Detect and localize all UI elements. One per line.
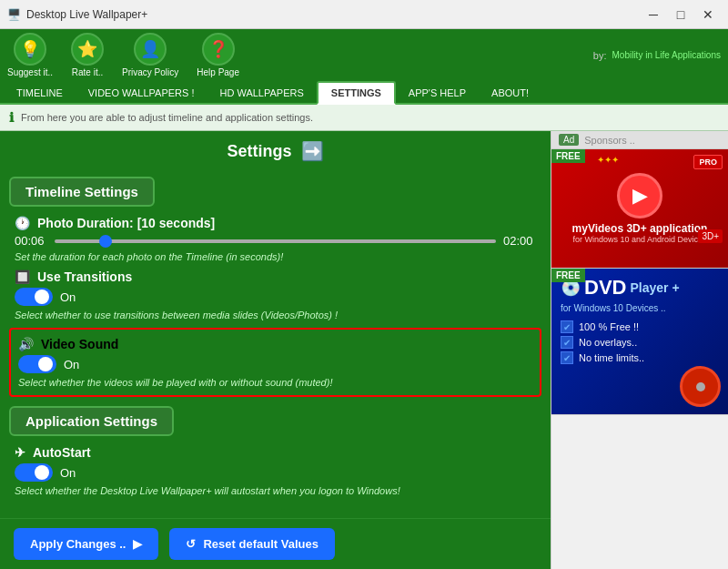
timeline-section-header: Timeline Settings bbox=[9, 177, 155, 207]
tab-video-wallpapers[interactable]: VIDEO WALLPAPERS ! bbox=[76, 83, 207, 103]
3d-badge: 3D+ bbox=[698, 229, 723, 243]
check-icon-1: ✔ bbox=[561, 320, 573, 333]
time-end: 02:00 bbox=[503, 234, 536, 248]
dvd-feature-3: ✔ No time limits.. bbox=[561, 351, 719, 364]
title-bar-left: 🖥️ Desktop Live Wallpaper+ bbox=[7, 8, 147, 21]
ad-bg-1: PRO ✦✦✦ ▶ 3D+ myVideos 3D+ application f… bbox=[551, 149, 728, 268]
icon-bar-left: 💡 Suggest it.. ⭐ Rate it.. 👤 Privacy Pol… bbox=[7, 33, 239, 77]
privacy-icon: 👤 bbox=[134, 33, 167, 66]
photo-duration-label: 🕐 Photo Duration: [10 seconds] bbox=[15, 216, 536, 230]
autostart-hint: Select whether the Desktop Live Wallpape… bbox=[15, 485, 536, 496]
tab-apps-help[interactable]: APP'S HELP bbox=[396, 83, 479, 103]
app-wrapper: 🖥️ Desktop Live Wallpaper+ ─ □ ✕ 💡 Sugge… bbox=[0, 0, 728, 569]
free-badge-2: FREE bbox=[551, 269, 585, 282]
free-badge-1: FREE bbox=[551, 149, 585, 163]
dvd-feature-2: ✔ No overlays.. bbox=[561, 336, 719, 349]
ad-bg-2: 💿 DVD Player + for Windows 10 Devices ..… bbox=[551, 269, 728, 414]
title-bar-controls: ─ □ ✕ bbox=[641, 5, 721, 25]
bottom-buttons: Apply Changes .. ▶ ↺ Reset default Value… bbox=[0, 518, 551, 569]
content-area: Settings ➡️ Timeline Settings 🕐 Photo Du… bbox=[0, 131, 728, 569]
close-button[interactable]: ✕ bbox=[695, 5, 721, 25]
minimize-button[interactable]: ─ bbox=[641, 5, 666, 25]
suggest-button[interactable]: 💡 Suggest it.. bbox=[7, 33, 53, 77]
transitions-label: 🔲 Use Transitions bbox=[15, 269, 536, 284]
dvd-feature-1: ✔ 100 % Free !! bbox=[561, 320, 719, 333]
ad-block-2[interactable]: FREE 💿 DVD Player + for Windows 10 Devic… bbox=[551, 269, 728, 415]
slider-row: 00:06 02:00 bbox=[15, 234, 536, 248]
photo-duration-row: 🕐 Photo Duration: [10 seconds] 00:06 02:… bbox=[0, 212, 551, 266]
check-icon-3: ✔ bbox=[561, 351, 573, 364]
dvd-disc-center bbox=[696, 382, 705, 391]
apply-label: Apply Changes .. bbox=[30, 537, 126, 551]
autostart-toggle-label: On bbox=[60, 466, 76, 480]
suggest-icon: 💡 bbox=[14, 33, 46, 66]
ad1-subtitle: for Windows 10 and Android Devices bbox=[572, 235, 706, 244]
tab-timeline[interactable]: TIMELINE bbox=[4, 83, 76, 103]
nav-tabs: TIMELINE VIDEO WALLPAPERS ! HD WALLPAPER… bbox=[0, 81, 728, 105]
tab-settings[interactable]: SETTINGS bbox=[317, 81, 396, 105]
slider-thumb[interactable] bbox=[99, 235, 112, 248]
video-sound-section: 🔊 Video Sound On Select whether the vide… bbox=[9, 328, 541, 397]
ad-bar: Ad Sponsors .. bbox=[551, 131, 728, 149]
maximize-button[interactable]: □ bbox=[668, 5, 693, 25]
settings-scroll: Settings ➡️ Timeline Settings 🕐 Photo Du… bbox=[0, 131, 551, 569]
transitions-hint: Select whether to use transitions betwee… bbox=[15, 310, 536, 320]
ad-block-1[interactable]: FREE PRO ✦✦✦ ▶ 3D+ myVideos 3D+ applicat… bbox=[551, 149, 728, 269]
info-text: From here you are able to adjust timelin… bbox=[21, 112, 313, 123]
settings-title: Settings ➡️ bbox=[0, 131, 551, 171]
autostart-toggle[interactable] bbox=[15, 463, 53, 482]
autostart-label: ✈ AutoStart bbox=[15, 445, 536, 460]
dvd-features: ✔ 100 % Free !! ✔ No overlays.. ✔ No tim… bbox=[561, 320, 719, 364]
autostart-icon: ✈ bbox=[15, 445, 25, 460]
app-section: Application Settings ✈ AutoStart On Sele… bbox=[0, 401, 551, 500]
app-icon: 🖥️ bbox=[7, 8, 21, 21]
info-bar: ℹ From here you are able to adjust timel… bbox=[0, 105, 728, 131]
arrow-icon: ➡️ bbox=[301, 140, 324, 162]
tab-about[interactable]: ABOUT! bbox=[479, 83, 541, 103]
video-sound-hint: Select whether the videos will be played… bbox=[18, 377, 532, 388]
duration-slider[interactable] bbox=[55, 239, 496, 243]
clock-icon: 🕐 bbox=[15, 216, 30, 230]
app-title: Desktop Live Wallpaper+ bbox=[26, 8, 147, 21]
apply-changes-button[interactable]: Apply Changes .. ▶ bbox=[14, 528, 158, 560]
timeline-section: Timeline Settings 🕐 Photo Duration: [10 … bbox=[0, 171, 551, 397]
privacy-button[interactable]: 👤 Privacy Policy bbox=[122, 33, 178, 77]
transitions-toggle-container: On bbox=[15, 288, 536, 306]
play-icon: ▶ bbox=[617, 173, 662, 218]
ad1-title: myVideos 3D+ application bbox=[572, 222, 708, 235]
dvd-disc-icon bbox=[680, 366, 721, 407]
video-sound-toggle-container: On bbox=[18, 355, 532, 373]
video-sound-label: 🔊 Video Sound bbox=[18, 337, 532, 351]
rate-icon: ⭐ bbox=[71, 33, 104, 66]
transitions-icon: 🔲 bbox=[15, 269, 30, 284]
icon-bar: 💡 Suggest it.. ⭐ Rate it.. 👤 Privacy Pol… bbox=[0, 29, 728, 81]
sponsors-label: Sponsors .. bbox=[584, 135, 635, 146]
title-bar: 🖥️ Desktop Live Wallpaper+ ─ □ ✕ bbox=[0, 0, 728, 29]
transitions-row: 🔲 Use Transitions On Select whether to u… bbox=[0, 266, 551, 324]
video-sound-toggle[interactable] bbox=[18, 355, 56, 373]
stars-icon: ✦✦✦ bbox=[597, 155, 619, 165]
ad2-subtitle: for Windows 10 Devices .. bbox=[561, 303, 719, 313]
tab-hd-wallpapers[interactable]: HD WALLPAPERS bbox=[207, 83, 317, 103]
sound-icon: 🔊 bbox=[18, 337, 34, 351]
reset-defaults-button[interactable]: ↺ Reset default Values bbox=[169, 528, 334, 560]
ad-label: Ad bbox=[559, 134, 579, 146]
transitions-toggle-label: On bbox=[60, 290, 76, 304]
autostart-row: ✈ AutoStart On Select whether the Deskto… bbox=[0, 442, 551, 500]
company-name: Mobility in Life Applications bbox=[612, 50, 721, 60]
photo-duration-hint: Set the duration for each photo on the T… bbox=[15, 251, 536, 262]
reset-label: Reset default Values bbox=[203, 537, 318, 551]
info-icon: ℹ bbox=[9, 110, 14, 125]
pro-badge: PRO bbox=[693, 155, 723, 169]
time-start: 00:06 bbox=[15, 234, 47, 248]
help-icon: ❓ bbox=[202, 33, 235, 66]
autostart-toggle-container: On bbox=[15, 463, 536, 482]
check-icon-2: ✔ bbox=[561, 336, 573, 349]
transitions-toggle[interactable] bbox=[15, 288, 53, 306]
rate-button[interactable]: ⭐ Rate it.. bbox=[71, 33, 104, 77]
icon-bar-right: by: Mobility in Life Applications bbox=[593, 50, 721, 61]
apply-icon: ▶ bbox=[133, 537, 142, 551]
reset-icon: ↺ bbox=[186, 537, 196, 551]
help-button[interactable]: ❓ Help Page bbox=[197, 33, 239, 77]
video-sound-toggle-label: On bbox=[64, 358, 79, 371]
